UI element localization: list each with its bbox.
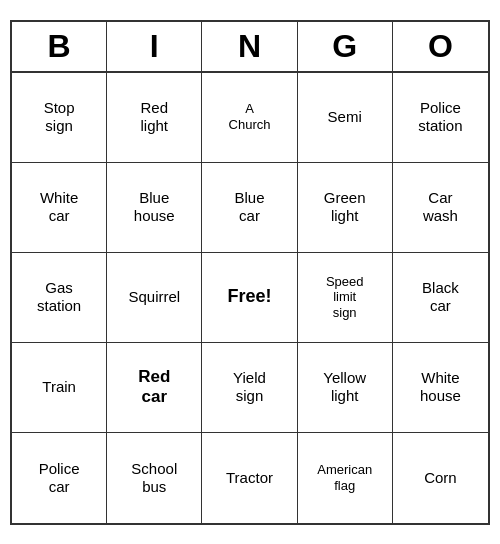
bingo-cell-18[interactable]: Yellow light: [298, 343, 393, 433]
bingo-header: BINGO: [12, 22, 488, 73]
bingo-card: BINGO Stop signRed lightA ChurchSemiPoli…: [10, 20, 490, 525]
bingo-cell-20[interactable]: Police car: [12, 433, 107, 523]
bingo-cell-9[interactable]: Car wash: [393, 163, 488, 253]
bingo-cell-7[interactable]: Blue car: [202, 163, 297, 253]
bingo-cell-21[interactable]: School bus: [107, 433, 202, 523]
bingo-cell-4[interactable]: Police station: [393, 73, 488, 163]
bingo-cell-23[interactable]: American flag: [298, 433, 393, 523]
bingo-cell-13[interactable]: Speed limit sign: [298, 253, 393, 343]
bingo-cell-3[interactable]: Semi: [298, 73, 393, 163]
bingo-grid: Stop signRed lightA ChurchSemiPolice sta…: [12, 73, 488, 523]
bingo-cell-15[interactable]: Train: [12, 343, 107, 433]
bingo-cell-1[interactable]: Red light: [107, 73, 202, 163]
bingo-cell-14[interactable]: Black car: [393, 253, 488, 343]
header-letter-b: B: [12, 22, 107, 71]
header-letter-n: N: [202, 22, 297, 71]
bingo-cell-10[interactable]: Gas station: [12, 253, 107, 343]
bingo-cell-12[interactable]: Free!: [202, 253, 297, 343]
bingo-cell-6[interactable]: Blue house: [107, 163, 202, 253]
header-letter-o: O: [393, 22, 488, 71]
bingo-cell-2[interactable]: A Church: [202, 73, 297, 163]
header-letter-g: G: [298, 22, 393, 71]
header-letter-i: I: [107, 22, 202, 71]
bingo-cell-8[interactable]: Green light: [298, 163, 393, 253]
bingo-cell-24[interactable]: Corn: [393, 433, 488, 523]
bingo-cell-22[interactable]: Tractor: [202, 433, 297, 523]
bingo-cell-16[interactable]: Red car: [107, 343, 202, 433]
bingo-cell-5[interactable]: White car: [12, 163, 107, 253]
bingo-cell-11[interactable]: Squirrel: [107, 253, 202, 343]
bingo-cell-19[interactable]: White house: [393, 343, 488, 433]
bingo-cell-17[interactable]: Yield sign: [202, 343, 297, 433]
bingo-cell-0[interactable]: Stop sign: [12, 73, 107, 163]
